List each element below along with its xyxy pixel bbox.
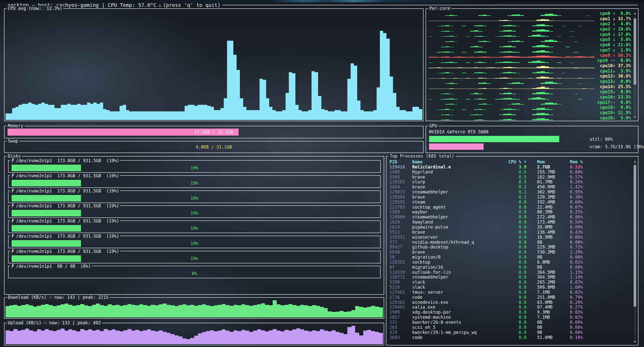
process-row[interactable]: 2683code0.051.6MB0.16% [389,335,631,340]
per-core-row[interactable]: cpu13↓ 0.0% [426,79,638,84]
core-sparkline [429,105,595,110]
process-row[interactable]: 5511brave0.0136.4MB0.43% [389,230,631,235]
process-row[interactable]: 377nvidia-modeset/kthread_q0.00B0.00% [389,240,631,245]
per-core-row[interactable]: cpu20↓ 5.9% [426,115,638,121]
process-row[interactable]: 5320slack0.0508.8MB1.60% [389,285,631,290]
scrollbar-thumb[interactable] [634,165,636,307]
per-core-row[interactable]: cpu10↑ 37.3% [426,63,638,68]
history-bar [445,109,449,110]
process-row[interactable]: 1057systemd-machine0.07.1MB0.02% [389,315,631,320]
process-row[interactable]: 1909xdg-desktop-por0.09.3MB0.03% [389,310,631,315]
process-row[interactable]: 129073steamwebhelper0.1302.9MB0.95% [389,190,631,195]
history-bar [441,89,445,89]
per-core-row[interactable]: cpu8 ↑ 86.3% [426,53,638,58]
process-name: github-desktop [412,245,490,250]
per-core-row[interactable]: cpu11↓ 3.9% [426,68,638,74]
process-row[interactable]: 67migration/160.00B0.00% [389,265,631,270]
history-bar [302,111,305,120]
process-row[interactable]: 20migration/00.00B0.00% [389,255,631,260]
per-core-row[interactable]: cpu4 ↓ 17.6% [426,32,638,37]
per-core-row[interactable]: cpu3 ↑ 19.6% [426,27,638,32]
per-core-row[interactable]: cpu17-- 9.8% [426,100,638,105]
process-row[interactable]: 99427github-desktop0.0229.3MB0.72% [389,245,631,250]
process-row[interactable]: 128391socktop0.06.8MB0.02% [389,260,631,265]
process-row[interactable]: 2726code0.0251.8MB0.79% [389,295,631,300]
disk-usage-pct: 19% [9,211,380,216]
per-core-row[interactable]: cpu6 ↓ 21.6% [426,42,638,47]
history-bar [210,306,214,317]
process-name: brave [412,175,490,180]
process-row[interactable]: 129331wineserver0.018.5MB0.06% [389,235,631,240]
process-row[interactable]: 129418RelicCardinal.e3.92.7GB8.53% [389,165,631,170]
process-row[interactable]: 2014pipewire-pulse0.028.0MB0.09% [389,225,631,230]
scroll-up-icon[interactable]: ▲ [633,160,637,163]
history-bar [218,305,222,317]
history-bar [516,110,520,110]
history-bar [483,78,487,79]
scroll-up-icon[interactable]: ▲ [633,11,637,15]
history-bar [454,57,458,58]
process-row[interactable]: 1989waybar0.080.3MB0.25% [389,210,631,215]
per-core-row[interactable]: cpu0 ↑ 8.0% [426,11,638,16]
disk-title: /dev/nvme2n1p1 173.0GB / 931.5GB (19%) [10,203,120,209]
process-row[interactable]: 128800steamwebhelper0.0272.4MB0.86% [389,215,631,220]
history-bar [557,104,561,105]
column-header-pid[interactable]: PID [389,160,412,165]
scroll-down-icon[interactable]: ▼ [633,115,637,119]
process-row[interactable]: 128595steam0.0192.4MB0.60% [389,200,631,205]
history-bar [269,330,273,344]
per-core-row[interactable]: cpu9 -- 0.0% [426,58,638,63]
history-bar [328,311,332,317]
process-row[interactable]: 5568brave0.5182.9MB0.57% [389,175,631,180]
process-row[interactable]: 131kworker/26:0-events0.00B0.00% [389,320,631,325]
process-row[interactable]: 127661tmux: server0.07.1MB0.02% [389,290,631,295]
process-scrollbar[interactable]: ▲ ▼ [633,160,637,343]
process-pid: 2683 [389,335,412,340]
per-core-scrollbar[interactable]: ▲ ▼ [633,11,637,119]
per-core-row[interactable]: cpu5 ↓ 5.6% [426,37,638,42]
process-row[interactable]: 265scsi_eh_50.00B0.00% [389,325,631,330]
per-core-row[interactable]: cpu1 ↓ 32.7% [426,16,638,21]
per-core-row[interactable]: cpu14↑ 25.5% [426,84,638,89]
per-core-row[interactable]: cpu19↑ 11.5% [426,110,638,115]
history-bar [151,331,155,344]
process-row[interactable]: 114330outlook-for-lin0.0364.5MB1.15% [389,270,631,275]
column-header-mem[interactable]: Mem [527,160,570,165]
per-core-row[interactable]: cpu18↑ 9.6% [426,105,638,110]
history-bar [503,56,507,58]
history-bar [198,305,202,317]
process-name: code [412,295,490,300]
process-row[interactable]: 1408Hyprland0.6255.7MB0.80% [389,170,631,175]
process-row[interactable]: 129362winedevice.exe0.063.0MB0.20% [389,300,631,305]
history-bar [474,30,478,32]
process-row[interactable]: 5690brave0.0730.3MB2.29% [389,250,631,255]
history-bar [508,56,512,58]
process-row[interactable]: 5280slack0.0265.2MB0.83% [389,280,631,285]
disk-usage-pct: 19% [9,165,380,170]
per-core-row[interactable]: cpu15↓ 0.0% [426,89,638,94]
process-row[interactable]: 130581slurp0.581.7MB0.26% [389,180,631,185]
process-row[interactable]: 121783socktop_agent0.022.4MB0.07% [389,205,631,210]
history-bar [586,89,590,89]
history-bar [131,331,135,344]
history-bar [545,14,549,16]
history-bar [449,110,453,110]
history-bar [171,334,175,344]
column-header-name[interactable]: Name [412,160,490,165]
process-row[interactable]: 128772steamwebhelper0.0364.5MB1.14% [389,275,631,280]
history-bar [582,21,586,21]
per-core-row[interactable]: cpu2 ↓ 4.0% [426,21,638,27]
per-core-row[interactable]: cpu16↑ 13.5% [426,94,638,100]
column-header-cpu[interactable]: CPU % • [490,160,527,165]
column-header-memp[interactable]: Mem % [570,160,631,165]
process-row[interactable]: 1620Xwayland0.0173.4MB0.54% [389,220,631,225]
per-core-row[interactable]: cpu7 ↓ 1.9% [426,47,638,53]
process-row[interactable]: 129401xalia.exe0.087.4MB0.27% [389,305,631,310]
process-row[interactable]: 319kworker/29:1-mm_percpu_wq0.00B0.00% [389,330,631,335]
process-row[interactable]: 5469brave0.2450.9MB1.42% [389,185,631,190]
process-row[interactable]: 130584brave0.1120.3MB0.38% [389,195,631,200]
scrollbar-thumb[interactable] [634,18,636,85]
scroll-down-icon[interactable]: ▼ [633,340,637,343]
per-core-row[interactable]: cpu12↑ 30.8% [426,73,638,79]
history-bar [159,330,163,344]
